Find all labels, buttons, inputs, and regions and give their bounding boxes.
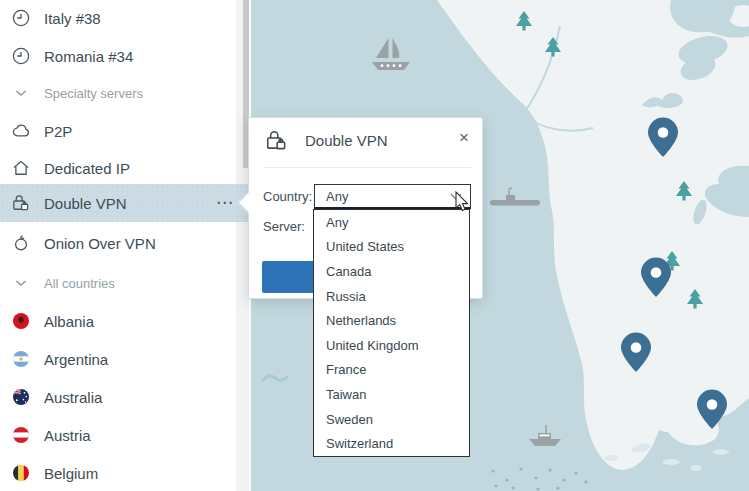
sidebar-item-belgium[interactable]: Belgium (0, 454, 251, 491)
chevron-down-icon (9, 81, 33, 105)
dialog-divider (263, 167, 471, 168)
australia-flag-icon (9, 385, 33, 409)
sidebar-item-double-vpn[interactable]: Double VPN⋯ (0, 184, 251, 222)
clock-icon (9, 44, 33, 68)
server-sidebar: Italy #38Romania #34Specialty serversP2P… (0, 0, 251, 491)
sidebar-item-label: Austria (44, 427, 91, 444)
sidebar-item-label: Albania (44, 313, 94, 330)
belgium-flag-icon (9, 461, 33, 485)
sidebar-item-label: Specialty servers (44, 86, 143, 101)
sidebar-item-albania[interactable]: Albania (0, 302, 251, 340)
argentina-flag-icon (9, 347, 33, 371)
sidebar-item-label: Romania #34 (44, 48, 133, 65)
country-option-france[interactable]: France (314, 358, 469, 383)
close-icon[interactable]: × (454, 128, 474, 148)
sidebar-item-dedicated-ip[interactable]: Dedicated IP (0, 149, 251, 187)
sidebar-header-specialty-servers[interactable]: Specialty servers (0, 74, 251, 112)
double-lock-icon (263, 127, 290, 154)
onion-icon (9, 231, 33, 255)
country-select-value: Any (326, 189, 348, 204)
country-option-russia[interactable]: Russia (314, 284, 469, 309)
country-option-any[interactable]: Any (314, 210, 469, 235)
country-dropdown-list: AnyUnited StatesCanadaRussiaNetherlandsU… (313, 209, 470, 457)
sidebar-item-onion-over-vpn[interactable]: Onion Over VPN (0, 224, 251, 262)
country-option-netherlands[interactable]: Netherlands (314, 308, 469, 333)
sidebar-item-label: Double VPN (44, 195, 127, 212)
country-option-canada[interactable]: Canada (314, 259, 469, 284)
sidebar-item-label: All countries (44, 276, 115, 291)
dialog-title: Double VPN (305, 132, 388, 149)
chevron-down-icon (9, 271, 33, 295)
sidebar-item-label: Argentina (44, 351, 108, 368)
country-option-switzerland[interactable]: Switzerland (314, 431, 469, 456)
country-select[interactable]: Any (314, 184, 471, 209)
sidebar-item-label: Italy #38 (44, 10, 101, 27)
sidebar-item-label: Belgium (44, 465, 98, 482)
sidebar-header-all-countries[interactable]: All countries (0, 264, 251, 302)
double-lock-icon (9, 191, 33, 215)
home-icon (9, 156, 33, 180)
country-option-taiwan[interactable]: Taiwan (314, 382, 469, 407)
sidebar-item-label: Dedicated IP (44, 160, 130, 177)
sidebar-item-label: Onion Over VPN (44, 235, 156, 252)
sidebar-item-argentina[interactable]: Argentina (0, 340, 251, 378)
sidebar-item-italy-38[interactable]: Italy #38 (0, 0, 251, 37)
austria-flag-icon (9, 423, 33, 447)
sidebar-item-austria[interactable]: Austria (0, 416, 251, 454)
sidebar-item-p2p[interactable]: P2P (0, 112, 251, 150)
country-option-united-states[interactable]: United States (314, 235, 469, 260)
country-option-united-kingdom[interactable]: United Kingdom (314, 333, 469, 358)
clock-icon (9, 6, 33, 30)
server-label: Server: (263, 219, 305, 234)
albania-flag-icon (9, 309, 33, 333)
sidebar-item-romania-34[interactable]: Romania #34 (0, 37, 251, 75)
sidebar-item-australia[interactable]: Australia (0, 378, 251, 416)
chevron-down-icon (447, 188, 465, 209)
sidebar-item-label: P2P (44, 123, 72, 140)
more-options-icon[interactable]: ⋯ (216, 198, 234, 208)
country-label: Country: (263, 189, 312, 204)
p2p-icon (9, 119, 33, 143)
sidebar-item-label: Australia (44, 389, 102, 406)
country-option-sweden[interactable]: Sweden (314, 407, 469, 432)
